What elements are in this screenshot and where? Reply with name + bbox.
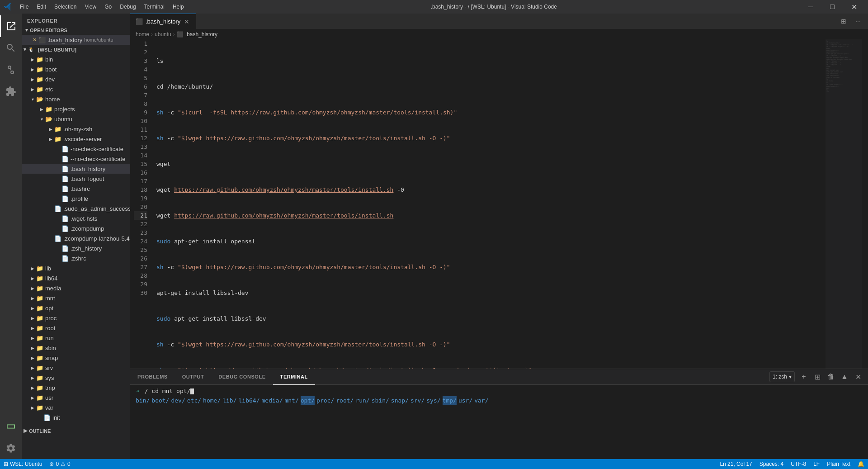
close-panel-button[interactable]: ✕	[852, 370, 864, 383]
activity-explorer[interactable]	[0, 15, 22, 37]
tab-bash-history[interactable]: ⬛ .bash_history ✕	[130, 14, 196, 29]
tree-folder-root[interactable]: ▶ 📁 root	[22, 323, 130, 333]
split-terminal-button[interactable]: ⊞	[811, 370, 824, 383]
status-feedback[interactable]: 🔔	[854, 459, 868, 469]
tree-folder-sbin[interactable]: ▶ 📁 sbin	[22, 343, 130, 353]
tree-folder-sys[interactable]: ▶ 📁 sys	[22, 373, 130, 383]
breadcrumb-home[interactable]: home	[136, 31, 149, 38]
breadcrumb-current[interactable]: ⬛ .bash_history	[177, 31, 217, 38]
tree-file-zsh-history[interactable]: 📄 .zsh_history	[22, 243, 130, 253]
tree-folder-srv[interactable]: ▶ 📁 srv	[22, 363, 130, 373]
tree-file-profile[interactable]: 📄 .profile	[22, 194, 130, 204]
activity-settings[interactable]	[0, 437, 22, 459]
tree-file-zcompdump[interactable]: 📄 .zcompdump	[22, 223, 130, 233]
tree-folder-opt[interactable]: ▶ 📁 opt	[22, 303, 130, 313]
folder-icon-media: 📁	[36, 285, 43, 292]
kill-terminal-button[interactable]: 🗑	[825, 370, 837, 383]
wsl-root-section[interactable]: ▾ 🐧 [WSL: UBUNTU]	[22, 45, 130, 54]
tree-folder-home[interactable]: ▾ 📂 home	[22, 94, 130, 104]
folder-icon-run: 📁	[36, 335, 43, 341]
close-button[interactable]: ✕	[844, 0, 864, 14]
menu-view[interactable]: View	[81, 3, 100, 11]
tree-folder-projects[interactable]: ▶ 📁 projects	[22, 104, 130, 114]
tree-folder-lib64[interactable]: ▶ 📁 lib64	[22, 273, 130, 283]
tab-close-button[interactable]: ✕	[183, 18, 190, 25]
panel-tab-terminal[interactable]: TERMINAL	[273, 369, 315, 385]
tree-file-bashrc[interactable]: 📄 .bashrc	[22, 184, 130, 194]
outline-section[interactable]: ▶ OUTLINE	[22, 426, 130, 436]
menu-selection[interactable]: Selection	[51, 3, 80, 11]
status-language-label: Plain Text	[827, 461, 850, 467]
tree-file-no-check-cert2[interactable]: 📄 --no-check-certificate	[22, 154, 130, 164]
tree-file-zshrc[interactable]: 📄 .zshrc	[22, 253, 130, 263]
terminal-dir-proc: proc/	[316, 396, 334, 405]
tree-folder-mnt[interactable]: ▶ 📁 mnt	[22, 293, 130, 303]
tree-folder-dev[interactable]: ▶ 📁 dev	[22, 74, 130, 84]
maximize-panel-button[interactable]: ▲	[838, 370, 851, 383]
tree-folder-media[interactable]: ▶ 📁 media	[22, 283, 130, 293]
open-file-path: home/ubuntu	[84, 37, 113, 43]
tree-folder-run[interactable]: ▶ 📁 run	[22, 333, 130, 343]
tree-folder-ubuntu[interactable]: ▾ 📂 ubuntu	[22, 114, 130, 124]
menu-go[interactable]: Go	[101, 3, 115, 11]
panel-tab-debug-console[interactable]: DEBUG CONSOLE	[211, 369, 273, 385]
menu-terminal[interactable]: Terminal	[141, 3, 168, 11]
activity-extensions[interactable]	[0, 81, 22, 102]
file-label-bash-history: .bash_history	[71, 166, 105, 172]
tree-folder-snap[interactable]: ▶ 📁 snap	[22, 353, 130, 363]
status-spaces[interactable]: Spaces: 4	[756, 459, 787, 469]
minimize-button[interactable]: ─	[800, 0, 821, 14]
tree-file-bash-history[interactable]: 📄 .bash_history	[22, 164, 130, 174]
status-wsl[interactable]: ⊞ WSL: Ubuntu	[0, 459, 46, 469]
activity-source-control[interactable]	[0, 59, 22, 81]
file-icon-bash-history: 📄	[61, 166, 69, 172]
breadcrumb-ubuntu[interactable]: ubuntu	[155, 31, 171, 38]
tree-folder-etc[interactable]: ▶ 📁 etc	[22, 84, 130, 94]
tree-folder-tmp[interactable]: ▶ 📁 tmp	[22, 383, 130, 393]
terminal-dir-tmp: tmp/	[443, 396, 457, 405]
menu-debug[interactable]: Debug	[116, 3, 139, 11]
code-editor[interactable]: ls cd /home/ubuntu/ sh -c "$(curl -fsSL …	[153, 39, 826, 369]
status-errors[interactable]: ⊗ 0 ⚠ 0	[46, 459, 74, 469]
tree-folder-boot[interactable]: ▶ 📁 boot	[22, 64, 130, 74]
code-line-2: cd /home/ubuntu/	[156, 82, 826, 91]
panel-tab-output[interactable]: OUTPUT	[175, 369, 212, 385]
tree-file-zcompdump-lanzhou[interactable]: 📄 .zcompdump-lanzhou-5.4.2	[22, 233, 130, 243]
activity-remote[interactable]	[0, 416, 22, 437]
menu-help[interactable]: Help	[169, 3, 188, 11]
more-actions-button[interactable]: ···	[852, 15, 864, 28]
close-tab-icon[interactable]: ✕	[33, 37, 37, 43]
tree-file-sudo-admin[interactable]: 📄 .sudo_as_admin_successful	[22, 204, 130, 213]
maximize-button[interactable]: □	[822, 0, 843, 14]
terminal-content[interactable]: ➜ / cd mnt opt/ bin/ boot/ dev/ etc/ hom…	[130, 385, 868, 459]
new-terminal-button[interactable]: +	[797, 370, 810, 383]
tree-folder-lib[interactable]: ▶ 📁 lib	[22, 263, 130, 273]
menu-edit[interactable]: Edit	[33, 3, 50, 11]
menu-file[interactable]: File	[16, 3, 32, 11]
status-line-ending[interactable]: LF	[810, 459, 823, 469]
open-file-bash-history[interactable]: ✕ ⬛ .bash_history home/ubuntu	[22, 35, 130, 45]
tree-folder-proc[interactable]: ▶ 📁 proc	[22, 313, 130, 323]
tree-folder-var[interactable]: ▶ 📁 var	[22, 403, 130, 412]
tree-folder-oh-my-zsh[interactable]: ▶ 📁 .oh-my-zsh	[22, 124, 130, 134]
tree-file-no-check-cert1[interactable]: 📄 -no-check-certificate	[22, 144, 130, 154]
folder-label-ubuntu: ubuntu	[54, 116, 72, 123]
split-editor-button[interactable]: ⊞	[837, 15, 850, 28]
open-editors-section[interactable]: ▾ OPEN EDITORS	[22, 25, 130, 35]
tree-file-bash-logout[interactable]: 📄 .bash_logout	[22, 174, 130, 184]
tree-folder-vscode-server[interactable]: ▶ 📁 .vscode-server	[22, 134, 130, 144]
tree-file-init[interactable]: 📄 init	[22, 412, 130, 422]
tree-folder-usr[interactable]: ▶ 📁 usr	[22, 393, 130, 403]
editor-scrollbar[interactable]	[862, 39, 868, 369]
status-encoding[interactable]: UTF-8	[787, 459, 810, 469]
terminal-selector[interactable]: 1: zsh ▾	[769, 371, 795, 382]
tree-folder-bin[interactable]: ▶ 📁 bin	[22, 54, 130, 64]
status-line-col[interactable]: Ln 21, Col 17	[716, 459, 755, 469]
tree-file-wget-hsts[interactable]: 📄 .wget-hsts	[22, 213, 130, 223]
status-language[interactable]: Plain Text	[823, 459, 854, 469]
activity-search[interactable]	[0, 37, 22, 59]
file-icon-wget-hsts: 📄	[61, 215, 69, 222]
terminal-selector-label: 1: zsh	[773, 374, 787, 380]
panel-tab-problems[interactable]: PROBLEMS	[130, 369, 175, 385]
terminal-dir-mnt: mnt/	[284, 396, 298, 405]
